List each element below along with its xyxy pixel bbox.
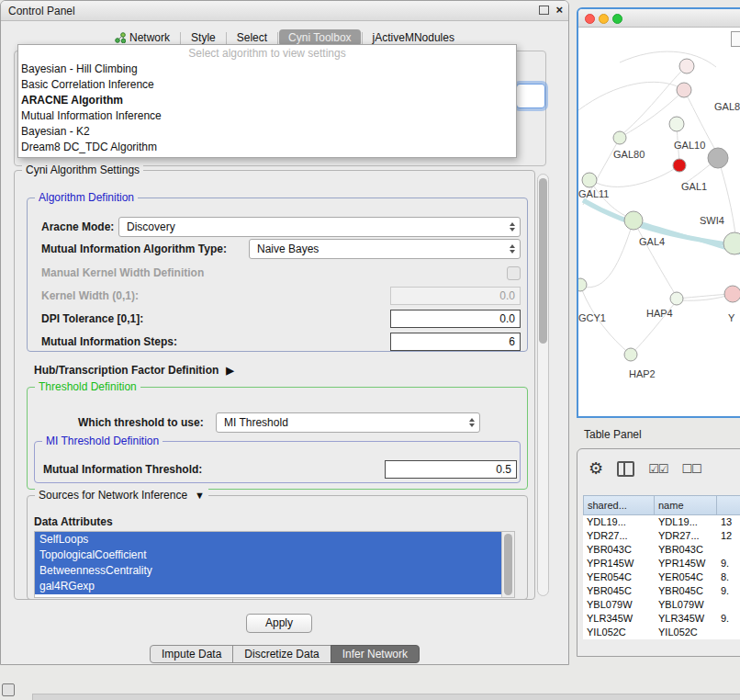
mi-type-label: Mutual Information Algorithm Type: [41, 243, 227, 255]
network-node[interactable] [582, 173, 597, 187]
algorithm-dropdown-menu: Select algorithm to view settings Bayesi… [17, 44, 517, 158]
close-traffic-light[interactable] [585, 14, 595, 24]
network-node[interactable] [723, 232, 740, 254]
hub-section-header[interactable]: Hub/Transcription Factor Definition▶ [34, 364, 234, 377]
mi-type-select[interactable]: Naive Bayes [249, 239, 521, 259]
algorithm-menu-item[interactable]: ARACNE Algorithm [18, 93, 516, 108]
network-node-label: GAL11 [578, 188, 609, 199]
bottom-window-edge [32, 694, 740, 700]
table-cell: YBR045C [655, 584, 717, 598]
cyni-settings-title: Cyni Algorithm Settings [22, 164, 143, 176]
which-threshold-label: Which threshold to use: [78, 416, 204, 429]
table-cell [717, 598, 740, 612]
attributes-list-scrollbar[interactable] [501, 532, 514, 597]
manual-kernel-checkbox [507, 266, 521, 280]
algorithm-menu-item[interactable]: Basic Correlation Inference [18, 77, 516, 93]
menu-placeholder: Select algorithm to view settings [18, 45, 516, 62]
table-panel-window: ⚙ ☑☑ ☐☐ shared...name YDL19...YDL19...13… [577, 448, 740, 657]
table-row[interactable]: YPR145WYPR145W9. [583, 557, 740, 570]
network-node[interactable] [708, 148, 728, 168]
table-cell: YPR145W [655, 557, 717, 570]
network-node-label: GAL8 [714, 101, 740, 112]
bottom-tab-discretize-data[interactable]: Discretize Data [232, 645, 331, 663]
table-cell: YBL079W [583, 598, 655, 612]
network-edge [591, 165, 679, 186]
network-node[interactable] [624, 348, 637, 361]
minimize-traffic-light[interactable] [599, 14, 609, 24]
network-node[interactable] [670, 292, 683, 305]
attribute-item[interactable]: SelfLoops [35, 532, 502, 548]
network-edge [677, 294, 731, 299]
mi-threshold-field[interactable] [385, 460, 517, 479]
table-row[interactable]: YBL079WYBL079W [583, 598, 740, 612]
dpi-tolerance-field[interactable] [390, 310, 521, 328]
network-node[interactable] [677, 83, 691, 97]
columns-icon[interactable] [617, 461, 634, 477]
kernel-width-label: Kernel Width (0,1): [41, 289, 139, 302]
hub-section-label: Hub/Transcription Factor Definition [34, 364, 219, 377]
tab-separator [277, 32, 278, 44]
control-panel-window: Control Panel × NetworkStyleSelectCyni T… [0, 0, 569, 665]
aracne-mode-label: Aracne Mode: [41, 220, 114, 233]
close-icon[interactable]: × [555, 5, 563, 16]
table-row[interactable]: YDL19...YDL19...13 [583, 515, 740, 529]
desktop: Control Panel × NetworkStyleSelectCyni T… [0, 0, 740, 700]
attribute-item[interactable]: BetweennessCentrality [35, 563, 502, 579]
zoom-traffic-light[interactable] [612, 14, 622, 24]
table-row[interactable]: YER054CYER054C8. [583, 570, 740, 584]
network-node[interactable] [624, 211, 643, 230]
algorithm-menu-list: Bayesian - Hill ClimbingBasic Correlatio… [18, 62, 516, 155]
algorithm-menu-item[interactable]: Mutual Information Inference [18, 108, 516, 124]
combo-arrows-icon [510, 244, 515, 254]
network-node[interactable] [673, 159, 686, 172]
table-row[interactable]: YBR043CYBR043C [583, 543, 740, 557]
control-panel-titlebar: Control Panel × [1, 1, 568, 21]
network-view-window: GAL8GAL80GAL10GAL11GAL1SWI4GAL4GCY1HAP4H… [577, 7, 740, 418]
expand-arrow-icon[interactable]: ▶ [226, 365, 233, 376]
table-cell: YIL052C [583, 626, 655, 639]
column-header[interactable]: name [655, 495, 717, 515]
algorithm-menu-item[interactable]: Bayesian - K2 [18, 124, 516, 140]
scrollbar-thumb[interactable] [539, 178, 547, 344]
table-cell [717, 543, 740, 557]
checked-boxes-icon[interactable]: ☑☑ [648, 462, 667, 476]
attributes-list[interactable]: SelfLoopsTopologicalCoefficientBetweenne… [34, 531, 515, 598]
network-node[interactable] [669, 117, 684, 131]
attribute-item[interactable]: gal4RGexp [35, 579, 502, 594]
network-node[interactable] [578, 278, 587, 291]
attribute-item[interactable]: TopologicalCoefficient [35, 548, 502, 563]
network-node-label: GAL80 [613, 149, 645, 160]
network-node[interactable] [613, 131, 626, 144]
table-row[interactable]: YBR045CYBR045C9. [583, 584, 740, 598]
mi-steps-label: Mutual Information Steps: [41, 335, 177, 348]
mi-threshold-label: Mutual Information Threshold: [43, 463, 202, 476]
unchecked-boxes-icon[interactable]: ☐☐ [681, 462, 701, 476]
bottom-tab-infer-network[interactable]: Infer Network [331, 645, 420, 663]
focused-spinner-field[interactable] [516, 84, 545, 108]
apply-button[interactable]: Apply [246, 614, 312, 633]
sources-group-title: Sources for Network Inference [39, 489, 187, 502]
bottom-tab-bar: Impute DataDiscretize DataInfer Network [1, 645, 568, 663]
which-threshold-select[interactable]: MI Threshold [216, 412, 480, 433]
table-cell: YBL079W [655, 598, 717, 612]
table-row[interactable]: YLR345WYLR345W9. [583, 612, 740, 626]
aracne-mode-select[interactable]: Discovery [118, 217, 521, 237]
sources-group-header[interactable]: Sources for Network Inference▼ [35, 489, 208, 502]
settings-scrollbar[interactable] [537, 174, 549, 596]
algorithm-menu-item[interactable]: Dream8 DC_TDC Algorithm [18, 140, 516, 155]
column-header[interactable]: shared... [583, 495, 655, 515]
column-header[interactable] [717, 495, 740, 515]
bottom-tab-impute-data[interactable]: Impute Data [150, 645, 233, 663]
collapse-arrow-icon[interactable]: ▼ [195, 490, 205, 501]
gear-icon[interactable]: ⚙ [589, 459, 603, 478]
table-row[interactable]: YDR27...YDR27...12 [583, 529, 740, 543]
algorithm-menu-item[interactable]: Bayesian - Hill Climbing [18, 62, 516, 77]
network-node[interactable] [679, 59, 694, 73]
network-canvas-svg[interactable]: GAL8GAL80GAL10GAL11GAL1SWI4GAL4GCY1HAP4H… [578, 28, 740, 418]
mi-steps-field[interactable] [390, 333, 521, 351]
restore-panel-icon[interactable] [2, 683, 15, 696]
scrollbar-thumb[interactable] [504, 534, 512, 595]
table-row[interactable]: YIL052CYIL052C [583, 626, 740, 639]
float-window-icon[interactable] [539, 6, 549, 15]
network-node[interactable] [724, 286, 740, 302]
